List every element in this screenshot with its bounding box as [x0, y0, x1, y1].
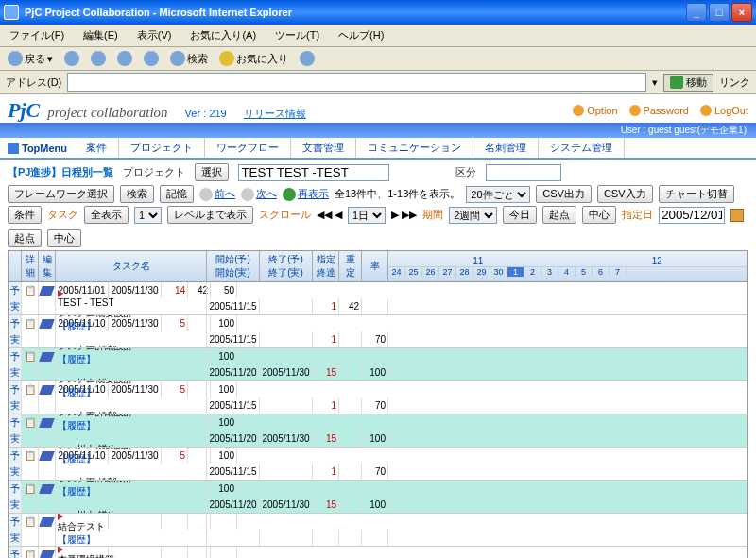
memory-button[interactable]: 記憶: [160, 185, 194, 203]
main-menu-item[interactable]: 案件: [75, 138, 119, 158]
home-button[interactable]: [140, 49, 163, 68]
edit-button[interactable]: [39, 414, 56, 431]
task-name: システム概要設計 【履歴】山下 達郎: [56, 381, 207, 414]
edit-button[interactable]: [39, 282, 56, 298]
redisplay-link[interactable]: 再表示: [298, 187, 329, 201]
option-button[interactable]: Option: [573, 105, 617, 116]
app-subtitle: project collaboration: [47, 105, 167, 121]
detail-button[interactable]: 📋: [22, 514, 39, 530]
address-label: アドレス(D): [6, 76, 61, 90]
menu-file[interactable]: ファイル(F): [6, 26, 68, 44]
browser-toolbar: 戻る ▾ 検索 お気に入り: [0, 47, 756, 71]
edit-button[interactable]: [39, 381, 56, 397]
home-icon: [144, 51, 159, 66]
start-button[interactable]: 起点: [542, 206, 576, 224]
stop-button[interactable]: [87, 49, 110, 68]
detail-button[interactable]: 📋: [22, 547, 39, 558]
menu-icon: [8, 143, 19, 154]
task-label: タスク: [47, 208, 78, 222]
start2-button[interactable]: 起点: [8, 229, 42, 247]
edit-button[interactable]: [39, 514, 56, 530]
next-link[interactable]: 次へ: [256, 187, 277, 201]
project-input[interactable]: [238, 164, 389, 181]
edit-button[interactable]: [39, 481, 56, 497]
logout-button[interactable]: LogOut: [700, 105, 748, 116]
calendar-icon[interactable]: [730, 209, 744, 222]
refresh-button[interactable]: [113, 49, 136, 68]
search-button[interactable]: 検索: [166, 49, 212, 68]
detail-button[interactable]: 📋: [22, 348, 39, 364]
prev-link[interactable]: 前へ: [215, 187, 235, 201]
top-menu-button[interactable]: TopMenu: [0, 140, 75, 157]
main-menu: TopMenu 案件プロジェクトワークフロー文書管理コミュニケーション名刺管理シ…: [0, 138, 756, 160]
maximize-button[interactable]: □: [709, 3, 730, 22]
scroll-right[interactable]: ▶ ▶▶: [391, 209, 417, 221]
select-button[interactable]: 選択: [195, 163, 229, 181]
period-label: 期間: [422, 208, 443, 222]
perpage-select[interactable]: 20件ごと: [466, 186, 530, 203]
main-menu-item[interactable]: ワークフロー: [205, 138, 291, 158]
history-button[interactable]: [296, 49, 318, 68]
forward-icon: [64, 51, 79, 66]
edit-button[interactable]: [39, 348, 56, 364]
level-select[interactable]: 1: [134, 207, 162, 224]
redisplay-icon: [283, 188, 296, 201]
links-label[interactable]: リンク: [719, 76, 750, 90]
address-input[interactable]: [67, 73, 646, 92]
address-dropdown[interactable]: ▾: [652, 76, 658, 89]
main-menu-item[interactable]: 文書管理: [291, 138, 356, 158]
menu-edit[interactable]: 編集(E): [79, 26, 122, 44]
col-task[interactable]: タスク名: [56, 251, 207, 281]
close-button[interactable]: ×: [731, 3, 752, 22]
scroll-left[interactable]: ◀◀ ◀: [317, 209, 342, 221]
menu-view[interactable]: 表示(V): [133, 26, 176, 44]
task-name: システム詳細設計 【履歴】川上 謙次: [56, 481, 207, 513]
col-detail[interactable]: 詳細: [22, 251, 39, 281]
task-name: システム概要設計 【履歴】山下 達郎: [56, 448, 207, 480]
unit-select[interactable]: 1日: [348, 207, 386, 224]
back-button[interactable]: 戻る ▾: [4, 49, 57, 68]
minimize-button[interactable]: _: [686, 3, 707, 22]
main-menu-item[interactable]: プロジェクト: [119, 138, 205, 158]
favorites-button[interactable]: お気に入り: [215, 49, 292, 68]
release-link[interactable]: リリース情報: [244, 107, 306, 121]
center2-button[interactable]: 中心: [47, 229, 81, 247]
main-menu-item[interactable]: 名刺管理: [473, 138, 539, 158]
forward-button[interactable]: [60, 49, 83, 68]
date-input[interactable]: [659, 207, 725, 224]
go-button[interactable]: 移動: [663, 74, 713, 92]
task-name: 本番環境構築 【履歴】: [56, 547, 207, 558]
edit-button[interactable]: [39, 448, 56, 464]
main-menu-item[interactable]: コミュニケーション: [356, 138, 473, 158]
detail-button[interactable]: 📋: [22, 315, 39, 331]
condition-button[interactable]: 条件: [8, 206, 42, 224]
span-select[interactable]: 2週間: [449, 207, 497, 224]
detail-button[interactable]: 📋: [22, 381, 39, 397]
show-all-button[interactable]: 全表示: [84, 206, 129, 224]
center-button[interactable]: 中心: [582, 206, 616, 224]
app-logo: PjC: [8, 98, 40, 123]
menu-help[interactable]: ヘルプ(H): [335, 26, 387, 44]
kubun-input[interactable]: [486, 164, 561, 181]
password-button[interactable]: Password: [629, 105, 689, 116]
detail-button[interactable]: 📋: [22, 481, 39, 497]
csv-in-button[interactable]: CSV入力: [597, 185, 653, 203]
chart-toggle-button[interactable]: チャート切替: [659, 185, 734, 203]
edit-button[interactable]: [39, 315, 56, 331]
detail-button[interactable]: 📋: [22, 282, 39, 298]
csv-out-button[interactable]: CSV出力: [536, 185, 592, 203]
detail-button[interactable]: 📋: [22, 414, 39, 431]
detail-button[interactable]: 📋: [22, 448, 39, 464]
today-button[interactable]: 今日: [503, 206, 537, 224]
edit-button[interactable]: [39, 547, 56, 558]
main-menu-item[interactable]: システム管理: [539, 138, 625, 158]
level-show-button[interactable]: レベルまで表示: [167, 206, 253, 224]
col-edit[interactable]: 編集: [39, 251, 56, 281]
address-bar: アドレス(D) ▾ 移動 リンク: [0, 71, 756, 94]
refresh-icon: [117, 51, 132, 66]
go-icon: [670, 76, 683, 89]
search-app-button[interactable]: 検索: [120, 185, 154, 203]
framework-button[interactable]: フレームワーク選択: [8, 185, 114, 203]
menu-tools[interactable]: ツール(T): [271, 26, 323, 44]
menu-favorites[interactable]: お気に入り(A): [186, 26, 260, 44]
